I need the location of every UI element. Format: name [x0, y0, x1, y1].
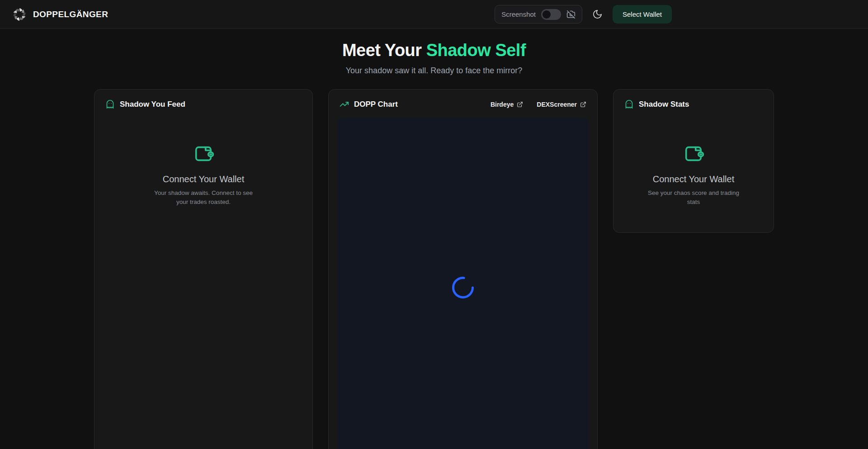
screenshot-label: Screenshot	[501, 10, 536, 18]
loading-spinner	[451, 276, 475, 299]
top-navbar: DOPPELGÄNGER Screenshot	[0, 0, 868, 29]
trending-up-icon	[340, 99, 349, 109]
ghost-icon	[105, 99, 115, 109]
dexscreener-link[interactable]: DEXScreener	[537, 101, 586, 108]
stats-empty-state: Connect Your Wallet See your chaos score…	[613, 115, 774, 232]
feed-empty-subtitle: Your shadow awaits. Connect to see your …	[153, 189, 254, 206]
wallet-icon	[683, 143, 704, 164]
navbar-right-controls: Screenshot Select Wallet	[495, 5, 672, 24]
shadow-stats-card: Shadow Stats Connect Your Wallet See you…	[613, 89, 774, 233]
birdeye-link-label: Birdeye	[491, 101, 514, 108]
moon-icon	[592, 9, 603, 19]
dexscreener-link-label: DEXScreener	[537, 101, 577, 108]
feed-empty-title: Connect Your Wallet	[163, 174, 244, 184]
wallet-icon	[193, 143, 214, 164]
chart-embed-area[interactable]	[338, 118, 588, 449]
screenshot-control: Screenshot	[495, 5, 582, 24]
shadow-feed-card: Shadow You Feed Connect Your Wallet Your…	[94, 89, 313, 449]
theme-toggle-button[interactable]	[592, 9, 603, 19]
feed-card-title: Shadow You Feed	[120, 100, 185, 109]
page-title-accent: Shadow Self	[426, 41, 526, 60]
chart-external-links: Birdeye DEXScreener	[491, 101, 586, 108]
birdeye-link[interactable]: Birdeye	[491, 101, 523, 108]
stats-empty-title: Connect Your Wallet	[653, 174, 734, 184]
chart-card-header: DOPP Chart Birdeye DEXScreener	[329, 90, 597, 115]
brand-title: DOPPELGÄNGER	[33, 9, 108, 19]
stats-card-title: Shadow Stats	[639, 100, 689, 109]
select-wallet-button[interactable]: Select Wallet	[613, 5, 672, 24]
screenshot-toggle[interactable]	[541, 9, 561, 20]
chart-card-title-group: DOPP Chart	[340, 99, 398, 109]
stats-card-header: Shadow Stats	[613, 90, 774, 115]
dopp-chart-card: DOPP Chart Birdeye DEXScreener	[328, 89, 598, 449]
external-link-icon	[580, 101, 586, 108]
stats-empty-subtitle: See your chaos score and trading stats	[643, 189, 744, 206]
feed-card-header: Shadow You Feed	[94, 90, 312, 115]
brand[interactable]: DOPPELGÄNGER	[12, 7, 108, 22]
page-title: Meet Your Shadow Self	[0, 41, 868, 60]
pinwheel-icon	[12, 7, 27, 22]
cards-grid: Shadow You Feed Connect Your Wallet Your…	[94, 89, 774, 449]
toggle-knob	[542, 10, 551, 19]
page-subtitle: Your shadow saw it all. Ready to face th…	[0, 66, 868, 76]
external-link-icon	[517, 101, 523, 108]
feed-empty-state: Connect Your Wallet Your shadow awaits. …	[94, 115, 312, 449]
chart-card-title: DOPP Chart	[354, 100, 398, 109]
ghost-icon	[624, 99, 634, 109]
camera-off-icon	[566, 10, 576, 19]
hero-section: Meet Your Shadow Self Your shadow saw it…	[0, 41, 868, 76]
